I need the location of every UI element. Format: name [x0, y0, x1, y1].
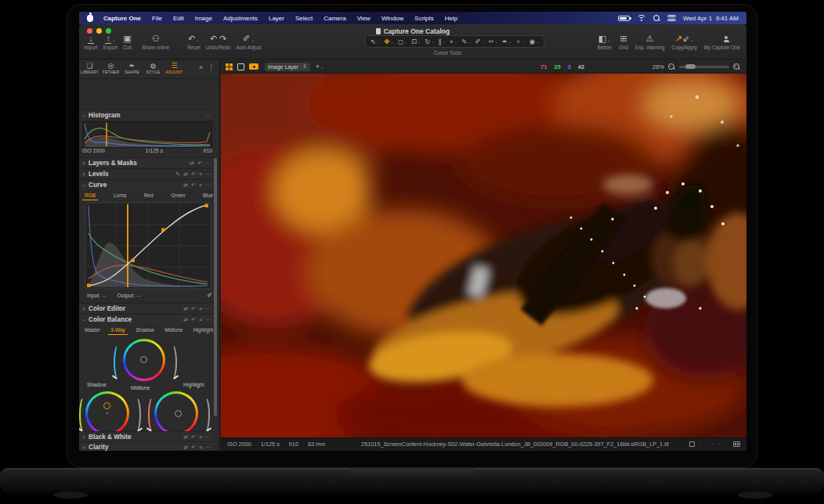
preset-icon[interactable]: ≡ — [199, 432, 202, 442]
menu-view[interactable]: View — [352, 15, 376, 22]
brush-tool[interactable]: ✏⌄ — [487, 38, 500, 45]
zoom-in-icon[interactable]: + — [733, 63, 740, 70]
draw-mask-tool[interactable]: ✐⌄ — [473, 38, 486, 45]
color-tag-icon[interactable] — [689, 441, 695, 447]
cb-tab-master[interactable]: Master — [82, 326, 103, 335]
before-button[interactable]: ◧⌄ Before — [598, 34, 613, 50]
more-icon[interactable]: ··· — [205, 442, 211, 452]
filmstrip-icon[interactable] — [733, 441, 740, 447]
highlight-wheel[interactable] — [154, 391, 198, 435]
highlight-luminosity-arc[interactable] — [200, 396, 210, 434]
pen-icon[interactable]: ✎ — [175, 169, 180, 179]
exposure-warning-button[interactable]: ⚠ Exp. Warning — [635, 34, 665, 50]
tab-library[interactable]: ❏LIBRARY — [79, 60, 100, 74]
curve-eyedropper-icon[interactable]: ✐ — [207, 292, 212, 299]
more-icon[interactable]: ··· — [205, 180, 211, 190]
menu-help[interactable]: Help — [439, 15, 463, 22]
more-icon[interactable]: ··· — [205, 432, 211, 442]
single-view-icon[interactable] — [237, 63, 244, 70]
panel-header-layers[interactable]: >Layers & Masks ⇄↶··· — [79, 157, 215, 167]
pan-tool[interactable]: ✥⌄ — [382, 38, 395, 45]
curve-tab-rgb[interactable]: RGB — [82, 191, 98, 200]
heal-tool[interactable]: ✒⌄ — [501, 38, 513, 45]
tab-menu-icon[interactable]: ⋮ — [208, 63, 215, 71]
expand-tabs-icon[interactable]: » — [199, 63, 203, 71]
menu-clock[interactable]: Wed Apr 1 9:41 AM — [683, 15, 739, 22]
cb-tab-3way[interactable]: 3-Way — [108, 326, 128, 335]
more-icon[interactable]: ··· — [205, 169, 211, 179]
copy-icon[interactable]: ⇄ — [183, 304, 188, 314]
panel-header-levels[interactable]: >Levels ✎⇄↶≡··· — [79, 168, 215, 178]
red-eye-tool[interactable]: ◉⌄ — [528, 38, 541, 45]
preset-icon[interactable]: ≡ — [199, 304, 202, 314]
grid-button[interactable]: ⊞ Grid — [619, 34, 628, 50]
menu-app[interactable]: Capture One — [98, 15, 146, 22]
multi-view-icon[interactable] — [226, 63, 233, 70]
preset-icon[interactable]: ≡ — [199, 315, 202, 325]
copy-icon[interactable]: ⇄ — [190, 158, 194, 168]
midtone-saturation-arc[interactable] — [114, 344, 124, 381]
reset-icon[interactable]: ↶ — [191, 432, 196, 442]
panel-header-black-white[interactable]: >Black & White ⇄↶≡··· — [79, 431, 215, 441]
clone-tool[interactable]: ✧⌄ — [514, 38, 526, 45]
shadow-luminosity-arc[interactable] — [131, 396, 141, 434]
menu-edit[interactable]: Edit — [168, 15, 190, 22]
menu-file[interactable]: File — [146, 15, 168, 22]
more-icon[interactable]: ··· — [205, 110, 211, 121]
menu-camera[interactable]: Camera — [318, 15, 351, 22]
panel-header-color-editor[interactable]: >Color Editor ⇄↶≡··· — [79, 303, 215, 313]
cb-tab-shadow[interactable]: Shadow — [133, 326, 157, 335]
zoom-out-icon[interactable]: − — [668, 63, 675, 70]
reset-icon[interactable]: ↶ — [191, 442, 196, 452]
cb-tab-midtone[interactable]: Midtone — [162, 326, 185, 335]
more-icon[interactable]: ··· — [205, 304, 211, 314]
my-capture-one-button[interactable]: My Capture One — [704, 34, 740, 50]
battery-icon[interactable] — [618, 16, 630, 21]
loupe-tool[interactable]: ◻⌄ — [396, 38, 409, 45]
wifi-icon[interactable] — [637, 15, 646, 22]
export-button[interactable]: ↑⌄ Export — [103, 34, 117, 50]
copy-icon[interactable]: ⇄ — [183, 432, 188, 442]
straighten-tool[interactable]: ∥⌄ — [437, 38, 447, 45]
copy-icon[interactable]: ⇄ — [183, 442, 188, 452]
reset-button[interactable]: ↶⌄ Reset — [187, 34, 200, 50]
add-layer-button[interactable]: +⌄ — [316, 63, 324, 70]
curve-tab-green[interactable]: Green — [168, 191, 187, 200]
copy-icon[interactable]: ⇄ — [183, 180, 188, 190]
reset-icon[interactable]: ↶ — [191, 169, 196, 179]
menu-scripts[interactable]: Scripts — [409, 15, 439, 22]
copy-apply-button[interactable]: ↗⇙⌄ Copy/Apply — [672, 34, 697, 50]
crop-tool[interactable]: ⊡⌄ — [410, 38, 422, 45]
spotlight-search-icon[interactable] — [653, 15, 660, 22]
curve-tab-luma[interactable]: Luma — [111, 191, 128, 200]
proof-view-icon[interactable] — [249, 63, 258, 70]
copy-icon[interactable]: ⇄ — [183, 169, 188, 179]
preset-icon[interactable]: ≡ — [199, 442, 202, 452]
cull-button[interactable]: ▣ Cull — [123, 34, 132, 50]
panel-header-color-balance[interactable]: ⌄Color Balance ⇄↶≡··· — [79, 314, 215, 324]
import-button[interactable]: ↓ Import — [84, 34, 98, 50]
rotate-tool[interactable]: ↻⌄ — [423, 38, 435, 45]
midtone-wheel[interactable] — [123, 339, 165, 381]
panel-header-clarity[interactable]: >Clarity ⇄↶≡··· — [79, 441, 215, 451]
panel-header-curve[interactable]: ⌄Curve ⇄↶≡··· — [79, 179, 215, 189]
apple-menu-icon[interactable] — [87, 15, 93, 22]
preset-icon[interactable]: ≡ — [199, 169, 202, 179]
eraser-tool[interactable]: ✎⌄ — [460, 38, 472, 45]
reset-icon[interactable]: ↶ — [191, 315, 196, 325]
menu-layer[interactable]: Layer — [263, 15, 290, 22]
shadow-wheel[interactable] — [85, 391, 129, 435]
more-icon[interactable]: ··· — [205, 315, 211, 325]
rating-dots[interactable]: · · · · · — [699, 441, 728, 447]
menu-select[interactable]: Select — [290, 15, 318, 22]
sidebar-scrollbar[interactable] — [214, 158, 217, 416]
menu-adjustments[interactable]: Adjustments — [218, 15, 263, 22]
tab-style[interactable]: ◍STYLE — [143, 60, 164, 74]
share-online-button[interactable]: ⚇ Share online — [137, 34, 174, 50]
more-icon[interactable]: ··· — [205, 158, 211, 168]
reset-icon[interactable]: ↶ — [191, 304, 196, 314]
tab-adjust[interactable]: ☰ADJUST — [164, 60, 185, 74]
cb-tab-highlight[interactable]: Highlight — [191, 326, 215, 335]
zoom-slider[interactable] — [679, 66, 729, 68]
curve-tab-red[interactable]: Red — [142, 191, 156, 200]
